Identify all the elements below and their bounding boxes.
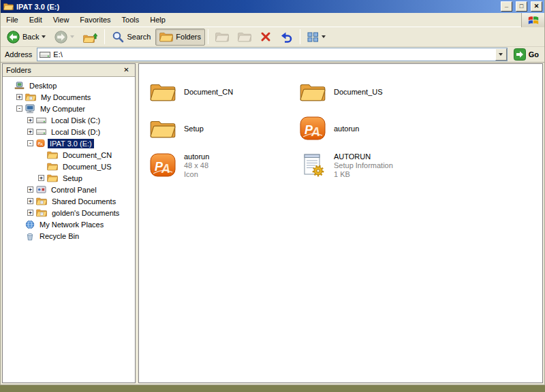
back-dropdown-icon[interactable] [42, 35, 46, 38]
desktop-background: IPAT 3.0 (E:) _ □ ✕ File Edit View Favor… [0, 0, 545, 392]
back-label: Back [22, 33, 39, 41]
file-list: Document_CN Document_US Setup [138, 63, 543, 383]
title-bar[interactable]: IPAT 3.0 (E:) _ □ ✕ [1, 0, 544, 13]
tree-item-label: Desktop [27, 81, 59, 91]
tree-item-my-network-places[interactable]: My Network Places [3, 218, 135, 230]
folders-pane-close-icon[interactable]: ✕ [121, 65, 131, 75]
tree-item-label: golden's Documents [50, 208, 121, 218]
tree-item-label: My Documents [39, 93, 93, 102]
folders-pane: Folders ✕ Desktop + My Documents [2, 63, 136, 383]
file-item-setup[interactable]: Setup [147, 110, 297, 147]
chevron-down-icon [499, 53, 503, 56]
go-icon [514, 48, 526, 61]
tree-item-control-panel[interactable]: + Control Panel [3, 184, 135, 195]
file-item-document-cn[interactable]: Document_CN [147, 74, 297, 110]
file-name: Document_US [334, 88, 383, 96]
expand-icon[interactable]: + [16, 94, 22, 100]
file-item-document-us[interactable]: Document_US [297, 74, 447, 110]
tree-item-local-disk-c[interactable]: + Local Disk (C:) [3, 114, 135, 126]
pa-logo-icon [147, 152, 178, 179]
views-dropdown-icon[interactable] [322, 35, 326, 38]
tree-item-label: Local Disk (D:) [49, 127, 102, 137]
tree-item-my-computer[interactable]: - My Computer [3, 103, 135, 114]
undo-button[interactable] [276, 29, 297, 46]
delete-icon [260, 31, 271, 42]
network-icon [25, 220, 35, 229]
drive-icon [40, 50, 50, 59]
tree-item-document-cn[interactable]: Document_CN [3, 149, 135, 161]
tree-item-setup[interactable]: + Setup [3, 172, 135, 184]
file-name: Document_CN [184, 88, 233, 96]
expand-icon[interactable]: + [27, 129, 33, 135]
menu-view[interactable]: View [48, 14, 75, 26]
tree-item-label: Document_US [61, 162, 114, 172]
tree-item-desktop[interactable]: Desktop [3, 80, 135, 91]
menu-file[interactable]: File [1, 14, 24, 26]
pa-drive-icon [36, 139, 45, 148]
minimize-button[interactable]: _ [501, 1, 512, 12]
tree-item-shared-documents[interactable]: + Shared Documents [3, 195, 135, 207]
folder-icon [297, 82, 328, 102]
file-item-autorun-exe[interactable]: autorun [297, 110, 447, 147]
copy-to-button[interactable] [234, 29, 255, 46]
expand-icon[interactable]: + [27, 186, 33, 193]
delete-button[interactable] [256, 29, 275, 46]
folder-icon [47, 162, 58, 171]
file-item-autorun-inf[interactable]: AUTORUN Setup Information 1 KB [297, 147, 447, 184]
close-button[interactable]: ✕ [531, 1, 542, 12]
file-detail: Icon [184, 170, 209, 178]
window-title: IPAT 3.0 (E:) [16, 3, 497, 11]
folder-icon [36, 197, 47, 206]
address-bar: Address E:\ Go [1, 47, 544, 63]
views-icon [307, 32, 319, 42]
toolbar-separator [300, 29, 300, 44]
folder-icon [147, 82, 178, 102]
file-name: Setup [184, 125, 204, 133]
back-button[interactable]: Back [3, 29, 50, 46]
folder-icon [147, 118, 178, 139]
folders-pane-title: Folders [6, 66, 121, 74]
menu-edit[interactable]: Edit [24, 14, 48, 26]
menu-help[interactable]: Help [144, 14, 171, 26]
tree-item-document-us[interactable]: Document_US [3, 161, 135, 172]
my-documents-icon [25, 93, 36, 101]
menu-tools[interactable]: Tools [116, 14, 145, 26]
tree-item-goldens-documents[interactable]: + golden's Documents [3, 207, 135, 218]
window-folder-icon [3, 2, 14, 11]
menu-favorites[interactable]: Favorites [74, 14, 116, 26]
tree-item-recycle-bin[interactable]: Recycle Bin [3, 230, 135, 242]
collapse-icon[interactable]: - [16, 105, 22, 112]
tree-item-label: Recycle Bin [37, 231, 81, 241]
expand-icon[interactable]: + [27, 210, 33, 216]
expand-icon[interactable]: + [38, 175, 44, 181]
go-label: Go [529, 50, 539, 59]
forward-button[interactable] [50, 29, 78, 46]
expand-icon[interactable]: + [27, 117, 33, 123]
up-button[interactable] [79, 29, 102, 46]
folders-label: Folders [176, 33, 201, 41]
tree-item-my-documents[interactable]: + My Documents [3, 91, 135, 103]
menu-bar: File Edit View Favorites Tools Help [1, 13, 544, 27]
tree-item-label: Control Panel [49, 185, 99, 195]
file-item-autorun-icon[interactable]: autorun 48 x 48 Icon [147, 147, 297, 184]
address-value: E:\ [53, 50, 492, 59]
search-button[interactable]: Search [108, 29, 155, 46]
expand-icon[interactable]: + [27, 198, 33, 204]
address-input[interactable]: E:\ [37, 48, 507, 61]
move-to-button[interactable] [211, 29, 233, 46]
tree-item-local-disk-d[interactable]: + Local Disk (D:) [3, 126, 135, 137]
go-button[interactable]: Go [511, 48, 542, 62]
main-area: Folders ✕ Desktop + My Documents [1, 63, 544, 385]
address-dropdown-button[interactable] [495, 48, 507, 61]
folders-button[interactable]: Folders [155, 29, 205, 46]
recycle-bin-icon [25, 231, 35, 241]
maximize-button[interactable]: □ [516, 1, 527, 12]
file-detail: 1 KB [334, 170, 393, 178]
collapse-icon[interactable]: - [27, 140, 33, 146]
tree-item-ipat-drive-e[interactable]: - IPAT 3.0 (E:) [3, 137, 135, 149]
views-button[interactable] [303, 29, 330, 46]
explorer-window: IPAT 3.0 (E:) _ □ ✕ File Edit View Favor… [0, 0, 545, 385]
tree-item-label: My Network Places [37, 220, 106, 229]
tree-item-label-selected: IPAT 3.0 (E:) [48, 139, 94, 148]
my-computer-icon [25, 104, 35, 114]
